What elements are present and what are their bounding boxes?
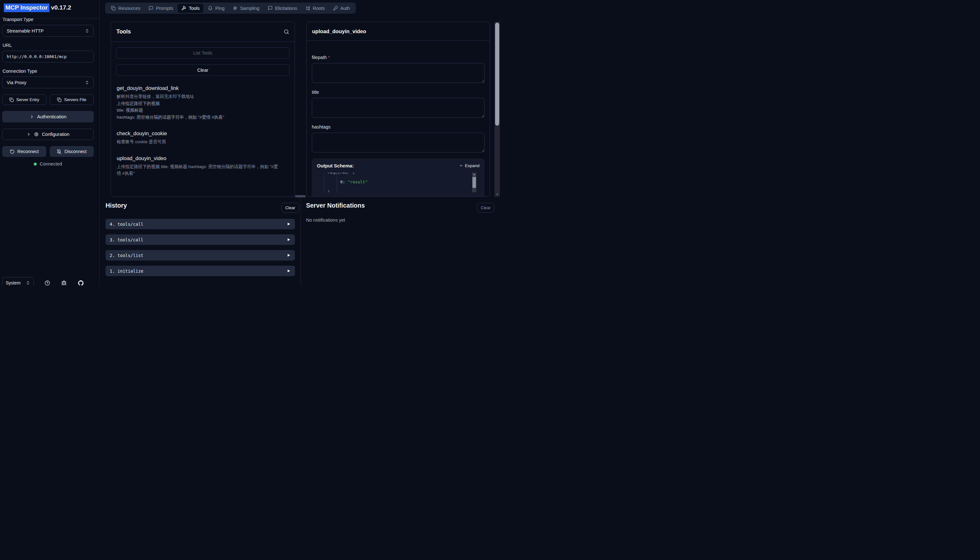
tool-detail-panel: upload_douyin_video filepath * title has… <box>306 22 490 197</box>
tool-description: 解析抖音分享链接，返回无水印下载地址上传指定路径下的视频title: 视频标题h… <box>116 93 290 120</box>
reconnect-button[interactable]: Reconnect <box>2 146 46 157</box>
search-icon <box>284 29 289 35</box>
app-title: MCP Inspector v0.17.2 <box>0 0 99 11</box>
gear-icon <box>34 132 38 137</box>
field-label-hashtags: hashtags <box>312 124 484 130</box>
tool-detail-title: upload_douyin_video <box>312 28 366 35</box>
authentication-toggle[interactable]: Authentication <box>2 111 94 122</box>
report-bug-button[interactable] <box>61 280 67 286</box>
history-item[interactable]: 2. tools/list <box>105 250 295 260</box>
schema-line-close: ] <box>324 190 476 192</box>
hashtags-textarea[interactable] <box>312 133 484 152</box>
circle-help-icon <box>45 280 50 286</box>
configuration-toggle[interactable]: Configuration <box>2 128 94 140</box>
key-icon <box>333 6 338 10</box>
clear-tools-button[interactable]: Clear <box>116 64 290 76</box>
scroll-down-icon: ▼ <box>494 193 500 196</box>
url-input[interactable]: http://0.0.0.0:18061/mcp <box>2 51 94 63</box>
expand-schema-button[interactable]: Expand <box>459 163 479 168</box>
field-label-title: title <box>312 90 484 95</box>
tab-prompts[interactable]: Prompts <box>145 4 177 13</box>
list-tools-button[interactable]: List Tools <box>116 47 290 59</box>
chevrons-up-down-icon <box>85 80 89 85</box>
tool-name: get_douyin_download_link <box>116 85 290 91</box>
tab-tools[interactable]: Tools <box>178 4 203 13</box>
tool-item[interactable]: get_douyin_download_link 解析抖音分享链接，返回无水印下… <box>116 85 290 120</box>
chevron-down-icon <box>459 163 463 168</box>
tool-fields: filepath * title hashtags <box>312 55 484 152</box>
tools-panel: Tools List Tools Clear get_douyin_downlo… <box>111 22 295 197</box>
hash-icon <box>233 6 238 10</box>
transport-type-select[interactable]: Streamable HTTP <box>2 25 94 37</box>
server-entry-button[interactable]: Server Entry <box>2 94 46 105</box>
nav-tabs: ResourcesPromptsToolsPingSamplingElicita… <box>105 3 356 14</box>
title-textarea[interactable] <box>312 98 484 118</box>
disconnect-button[interactable]: Disconnect <box>50 146 94 157</box>
connection-type-select[interactable]: Via Proxy <box>2 77 94 88</box>
history-title: History <box>105 202 127 209</box>
chevrons-up-down-icon <box>26 281 30 285</box>
chevron-right-icon <box>27 132 31 137</box>
history-item[interactable]: 1. initialize <box>105 266 295 276</box>
copy-icon <box>9 98 14 102</box>
help-button[interactable] <box>44 280 51 286</box>
app-title-highlight: MCP Inspector <box>4 3 50 12</box>
bell-off-icon <box>57 149 62 154</box>
sidebar-divider <box>0 18 99 18</box>
clear-history-button[interactable]: Clear <box>281 203 299 213</box>
field-label-filepath: filepath * <box>312 55 484 60</box>
schema-line-result: 0: "result" <box>324 180 476 184</box>
sidebar: MCP Inspector v0.17.2 Transport Type Str… <box>0 0 100 286</box>
play-icon <box>286 222 291 226</box>
required-asterisk: * <box>328 55 330 60</box>
status-dot <box>34 163 37 165</box>
schema-scrollbar-thumb[interactable] <box>473 177 476 188</box>
tab-auth[interactable]: Auth <box>329 4 354 13</box>
tool-name: check_douyin_cookie <box>116 130 290 137</box>
message-square-icon <box>148 6 153 10</box>
files-icon <box>111 6 116 10</box>
output-schema-code: required: [ 0: "result" ] ▲ <box>324 173 476 192</box>
theme-select[interactable]: System <box>2 277 34 286</box>
copy-icon <box>57 98 62 102</box>
message-square-icon <box>268 6 273 10</box>
connection-type-label: Connection Type <box>3 68 94 74</box>
scroll-up-icon: ▲ <box>472 173 476 177</box>
tab-ping[interactable]: Ping <box>204 4 228 13</box>
tab-sampling[interactable]: Sampling <box>229 4 263 13</box>
schema-scrollbar[interactable]: ▲ <box>472 173 476 192</box>
tool-name: upload_douyin_video <box>116 155 290 162</box>
tab-roots[interactable]: Roots <box>301 4 329 13</box>
page-scrollbar[interactable]: ▼ <box>494 22 500 197</box>
transport-type-label: Transport Type <box>3 17 94 22</box>
page-scrollbar-thumb[interactable] <box>495 23 499 126</box>
horizontal-splitter-handle[interactable] <box>295 195 306 197</box>
tools-list: get_douyin_download_link 解析抖音分享链接，返回无水印下… <box>116 85 290 177</box>
tab-resources[interactable]: Resources <box>107 4 144 13</box>
github-button[interactable] <box>77 280 84 286</box>
tab-elicitations[interactable]: Elicitations <box>264 4 301 13</box>
history-item[interactable]: 3. tools/call <box>105 234 295 245</box>
play-icon <box>286 269 291 273</box>
bottom-panes-divider <box>301 199 301 286</box>
clear-notifications-button[interactable]: Clear <box>477 203 494 213</box>
url-label: URL <box>3 43 94 48</box>
notifications-empty-text: No notifications yet <box>306 217 345 223</box>
history-list: 4. tools/call 3. tools/call 2. tools/lis… <box>105 219 295 281</box>
history-item[interactable]: 4. tools/call <box>105 219 295 229</box>
play-icon <box>286 253 291 257</box>
connection-status: Connected <box>2 162 94 167</box>
rotate-ccw-icon <box>10 149 15 154</box>
tool-description: 检查账号 cookie 是否可用 <box>116 139 290 145</box>
servers-file-button[interactable]: Servers File <box>50 94 94 105</box>
tree-icon <box>305 6 310 10</box>
output-schema-box: Output Schema: Expand required: [ 0: "re… <box>312 158 484 197</box>
hammer-icon <box>181 6 186 10</box>
github-icon <box>78 280 83 286</box>
filepath-textarea[interactable] <box>312 63 484 83</box>
tool-item[interactable]: upload_douyin_video 上传指定路径下的视频 title: 视频… <box>116 155 290 177</box>
tool-item[interactable]: check_douyin_cookie 检查账号 cookie 是否可用 <box>116 130 290 145</box>
search-tools-button[interactable] <box>284 29 289 35</box>
chevrons-up-down-icon <box>85 29 89 33</box>
bell-icon <box>208 6 213 10</box>
